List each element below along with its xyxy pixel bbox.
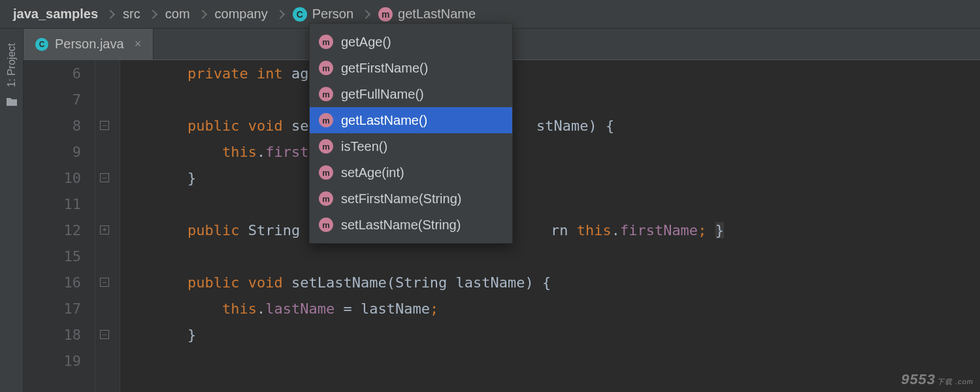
line-number: 10 [24,165,95,191]
line-number: 15 [24,243,95,269]
breadcrumb-members-dropdown[interactable]: mgetAge() mgetFirstName() mgetFullName()… [309,23,513,244]
dropdown-item-getfullname[interactable]: mgetFullName() [310,81,512,107]
line-number: 16 [24,269,95,295]
watermark: 9553下载 .com [901,371,973,388]
chevron-right-icon [148,9,157,18]
dropdown-item-getage[interactable]: mgetAge() [310,29,512,55]
tab-filename: Person.java [55,37,124,52]
fold-toggle-icon[interactable]: – [100,330,109,339]
method-badge-icon: m [319,139,333,154]
crumb-src[interactable]: src [120,7,143,22]
line-number: 17 [24,295,95,321]
line-number: 19 [24,348,95,374]
dropdown-item-getlastname[interactable]: mgetLastName() [310,107,512,133]
project-toolwindow-button[interactable]: 1: Project [6,43,18,88]
chevron-right-icon [276,9,285,18]
line-number: 7 [24,86,95,112]
line-number: 11 [24,191,95,217]
method-badge-icon: m [319,35,333,49]
line-number: 8 [24,112,95,139]
crumb-class[interactable]: C Person [290,7,356,22]
fold-toggle-icon[interactable]: – [100,173,109,182]
dropdown-item-setlastname[interactable]: msetLastName(String) [310,212,512,238]
method-badge-icon: m [319,61,333,75]
left-toolstrip: 1: Project [0,29,24,392]
chevron-right-icon [361,9,370,18]
chevron-right-icon [106,9,115,18]
crumb-com[interactable]: com [163,7,193,22]
method-badge-icon: m [378,7,393,22]
fold-expand-icon[interactable]: + [100,225,109,235]
dropdown-item-getfirstname[interactable]: mgetFirstName() [310,55,512,81]
line-number: 9 [24,139,95,165]
chevron-right-icon [198,9,207,18]
editor-tab-person[interactable]: C Person.java × [24,29,154,59]
fold-toggle-icon[interactable]: – [100,278,109,287]
dropdown-item-isteen[interactable]: misTeen() [310,133,512,159]
folder-icon[interactable] [5,97,18,107]
method-badge-icon: m [319,191,333,206]
crumb-method[interactable]: m getLastName [376,7,478,22]
close-tab-icon[interactable]: × [135,37,142,51]
method-badge-icon: m [319,87,333,101]
crumb-project[interactable]: java_samples [10,7,101,22]
code-area[interactable]: 6 private int age; 7 8 – public void set… [120,60,980,392]
fold-toggle-icon[interactable]: – [100,121,109,130]
method-badge-icon: m [319,218,333,232]
method-badge-icon: m [319,165,333,180]
dropdown-item-setfirstname[interactable]: msetFirstName(String) [310,186,512,212]
line-number: 12 [24,217,95,243]
line-number: 18 [24,321,95,348]
dropdown-item-setage[interactable]: msetAge(int) [310,159,512,186]
line-number: 6 [24,60,95,86]
method-badge-icon: m [319,113,333,127]
class-badge-icon: C [293,7,307,22]
crumb-company[interactable]: company [212,7,270,22]
class-badge-icon: C [35,38,48,51]
